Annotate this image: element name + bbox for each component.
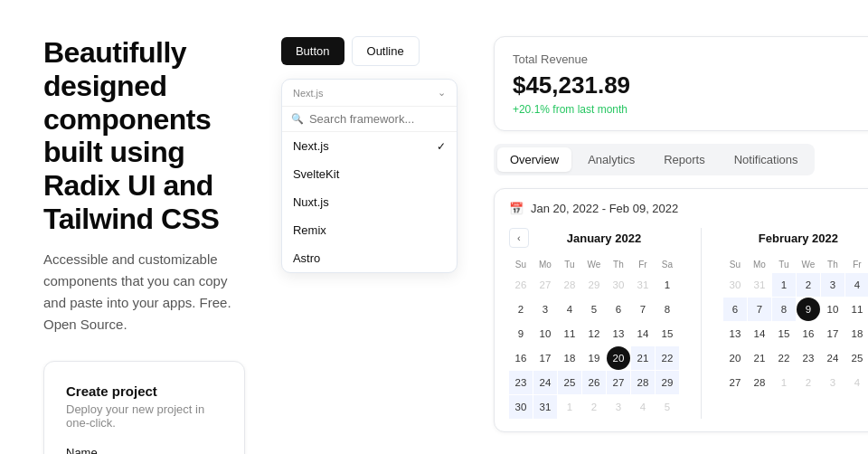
cal-day[interactable]: 31 <box>533 395 557 419</box>
tab-analytics[interactable]: Analytics <box>575 147 647 172</box>
cal-day[interactable]: 31 <box>748 273 771 297</box>
cal-day[interactable]: 22 <box>656 346 679 370</box>
cal-day[interactable]: 19 <box>582 346 606 370</box>
cal-day[interactable]: 9 <box>509 322 533 345</box>
cal-day[interactable]: 10 <box>533 322 557 345</box>
cal-day[interactable]: 27 <box>723 371 747 394</box>
cal-day[interactable]: 7 <box>748 298 771 321</box>
cal-day[interactable]: 18 <box>558 346 581 370</box>
cal-day[interactable]: 1 <box>558 395 581 419</box>
main-layout: Beautifully designed components built us… <box>43 36 825 454</box>
cal-day[interactable]: 18 <box>845 322 868 345</box>
cal-day[interactable]: 26 <box>509 273 533 297</box>
february-title: February 2022 <box>723 232 868 245</box>
january-calendar: ‹ January 2022 Su Mo Tu We Th Fr Sa 26 2… <box>509 228 679 419</box>
cal-day[interactable]: 22 <box>772 346 796 370</box>
cal-day[interactable]: 12 <box>582 322 606 345</box>
cal-day[interactable]: 8 <box>656 298 679 321</box>
cal-day[interactable]: 16 <box>509 346 533 370</box>
cal-day[interactable]: 31 <box>631 273 655 297</box>
tab-overview[interactable]: Overview <box>497 147 571 172</box>
cal-day[interactable]: 29 <box>656 371 679 394</box>
cal-day[interactable]: 14 <box>748 322 771 345</box>
cal-day[interactable]: 26 <box>582 371 606 394</box>
cal-day[interactable]: 29 <box>582 273 606 297</box>
february-grid: Su Mo Tu We Th Fr Sa 30 31 1 2 3 4 <box>723 257 868 394</box>
dropdown-item-nuxtjs[interactable]: Nuxt.js <box>282 188 457 216</box>
cal-day[interactable]: 13 <box>723 322 747 345</box>
cal-day[interactable]: 1 <box>656 273 679 297</box>
cal-day[interactable]: 4 <box>631 395 655 419</box>
cal-day[interactable]: 24 <box>821 346 844 370</box>
cal-day[interactable]: 10 <box>821 298 844 321</box>
cal-day[interactable]: 30 <box>607 273 630 297</box>
february-calendar: February 2022 › Su Mo Tu We Th Fr Sa 30 … <box>723 228 868 419</box>
cal-day-range-end[interactable]: 9 <box>797 298 820 321</box>
cal-day[interactable]: 16 <box>797 322 820 345</box>
cal-day[interactable]: 4 <box>845 273 868 297</box>
dropdown-item-remix[interactable]: Remix <box>282 216 457 244</box>
cal-day[interactable]: 7 <box>631 298 655 321</box>
cal-day[interactable]: 3 <box>821 273 844 297</box>
tabs-bar: Overview Analytics Reports Notifications <box>494 144 815 175</box>
dropdown-search-input[interactable] <box>309 112 448 126</box>
cal-day[interactable]: 1 <box>772 371 796 394</box>
outline-button[interactable]: Outline <box>352 36 420 66</box>
cal-day[interactable]: 17 <box>533 346 557 370</box>
cal-day[interactable]: 24 <box>533 371 557 394</box>
cal-day[interactable]: 17 <box>821 322 844 345</box>
cal-day[interactable]: 28 <box>558 273 581 297</box>
cal-day[interactable]: 8 <box>772 298 796 321</box>
cal-day[interactable]: 23 <box>797 346 820 370</box>
tab-reports[interactable]: Reports <box>651 147 718 172</box>
cal-day[interactable]: 4 <box>845 371 868 394</box>
prev-month-button[interactable]: ‹ <box>509 228 529 248</box>
cal-day[interactable]: 23 <box>509 371 533 394</box>
cal-day[interactable]: 30 <box>723 273 747 297</box>
cal-day[interactable]: 27 <box>607 371 630 394</box>
cal-day[interactable]: 2 <box>509 298 533 321</box>
cal-day[interactable]: 3 <box>821 371 844 394</box>
cal-day[interactable]: 21 <box>748 346 771 370</box>
dropdown-item-sveltekit[interactable]: SvelteKit <box>282 160 457 188</box>
dropdown-item-astro[interactable]: Astro <box>282 244 457 272</box>
cal-day[interactable]: 2 <box>797 273 820 297</box>
cal-day[interactable]: 25 <box>845 346 868 370</box>
cal-day[interactable]: 5 <box>656 395 679 419</box>
cal-day[interactable]: 15 <box>656 322 679 345</box>
january-header: ‹ January 2022 <box>509 228 679 248</box>
january-grid: Su Mo Tu We Th Fr Sa 26 27 28 29 30 31 <box>509 257 679 419</box>
cal-day[interactable]: 14 <box>631 322 655 345</box>
cal-day[interactable]: 4 <box>558 298 581 321</box>
revenue-amount: $45,231.89 <box>513 71 868 99</box>
filled-button[interactable]: Button <box>281 37 344 65</box>
cal-day[interactable]: 2 <box>797 371 820 394</box>
dropdown-item-nextjs[interactable]: Next.js ✓ <box>282 132 457 160</box>
cal-day-range-start[interactable]: 20 <box>607 346 630 370</box>
cal-day[interactable]: 28 <box>748 371 771 394</box>
cal-day[interactable]: 21 <box>631 346 655 370</box>
cal-day[interactable]: 20 <box>723 346 747 370</box>
cal-day[interactable]: 30 <box>509 395 533 419</box>
cal-day[interactable]: 13 <box>607 322 630 345</box>
cal-day[interactable]: 3 <box>607 395 630 419</box>
cal-day[interactable]: 11 <box>558 322 581 345</box>
jan-day-we: We <box>582 257 606 272</box>
dropdown-trigger[interactable]: Next.js ⌄ <box>282 80 457 107</box>
cal-day[interactable]: 25 <box>558 371 581 394</box>
cal-day[interactable]: 11 <box>845 298 868 321</box>
cal-day[interactable]: 15 <box>772 322 796 345</box>
dropdown-item-label: SvelteKit <box>293 167 339 181</box>
cal-day[interactable]: 28 <box>631 371 655 394</box>
cal-day[interactable]: 3 <box>533 298 557 321</box>
jan-day-fr: Fr <box>631 257 655 272</box>
cal-day[interactable]: 1 <box>772 273 796 297</box>
cal-day[interactable]: 6 <box>723 298 747 321</box>
tab-notifications[interactable]: Notifications <box>722 147 811 172</box>
cal-day[interactable]: 6 <box>607 298 630 321</box>
cal-day[interactable]: 27 <box>533 273 557 297</box>
cal-day[interactable]: 2 <box>582 395 606 419</box>
cal-day[interactable]: 5 <box>582 298 606 321</box>
revenue-label: Total Revenue <box>513 52 588 66</box>
feb-day-we: We <box>797 257 820 272</box>
